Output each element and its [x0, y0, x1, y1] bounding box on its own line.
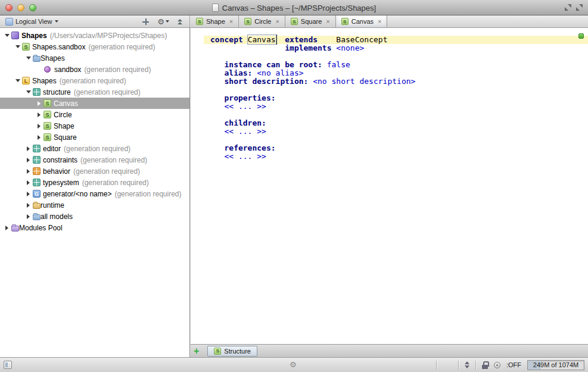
tree-item-label: Modules Pool: [19, 224, 63, 232]
code-line[interactable]: << ... >>: [204, 127, 588, 136]
code-space: [210, 102, 224, 111]
tree-item-behavior[interactable]: behavior(generation required): [0, 165, 189, 177]
editor-tab-circle[interactable]: Circle×: [239, 15, 285, 27]
close-icon[interactable]: ×: [229, 18, 233, 25]
tree-item-runtime[interactable]: runtime: [0, 199, 189, 211]
scroll-arrows-icon[interactable]: [465, 361, 469, 368]
code-line[interactable]: short description: <no short description…: [204, 77, 588, 86]
tree-item-shapes[interactable]: Shapes(/Users/vaclav/MPSProjects/Shapes): [0, 30, 189, 41]
tree-expanded-arrow[interactable]: [13, 45, 22, 48]
folder-runtime-icon: [33, 203, 41, 209]
toolwindow-toggle-icon[interactable]: [4, 361, 12, 369]
tree-expanded-arrow[interactable]: [24, 57, 33, 60]
window-title-area: Canvas – Shapes – [~/MPSProjects/Shapes]: [71, 0, 517, 15]
settings-gear-button[interactable]: ⚙: [157, 18, 169, 26]
structure-tab-label: Structure: [224, 348, 251, 355]
tab-label: Canvas: [351, 18, 374, 25]
editor-tab-square[interactable]: Square×: [285, 15, 336, 27]
tree-collapsed-arrow[interactable]: [35, 112, 43, 117]
tree-item-circle[interactable]: Circle: [0, 109, 189, 120]
code-line[interactable]: implements <none>: [204, 44, 588, 52]
tree-collapsed-arrow[interactable]: [24, 192, 33, 196]
tree-item-constraints[interactable]: constraints(generation required): [0, 154, 189, 165]
add-button[interactable]: +: [194, 346, 199, 356]
tree-collapsed-arrow[interactable]: [24, 214, 33, 219]
close-button[interactable]: [5, 4, 13, 11]
tree-item-label: typesystem: [43, 179, 79, 187]
navigate-icon[interactable]: [142, 18, 149, 25]
tree-item-square[interactable]: Square: [0, 132, 189, 143]
tree-item-shapes[interactable]: Shapes(generation required): [0, 75, 189, 86]
tree-collapsed-arrow[interactable]: [2, 226, 11, 230]
resize-icon[interactable]: [564, 4, 572, 11]
fullscreen-icon[interactable]: [575, 4, 583, 11]
memory-text: 249M of 1074M: [533, 361, 578, 368]
tree-expanded-arrow[interactable]: [13, 79, 22, 82]
code-line[interactable]: references:: [204, 144, 588, 152]
code-line[interactable]: << ... >>: [204, 152, 588, 161]
minimize-button[interactable]: [17, 4, 24, 11]
readonly-lock-icon[interactable]: [482, 361, 488, 369]
code-line[interactable]: concept Canvas extends BaseConcept: [204, 36, 588, 44]
tree-collapsed-arrow[interactable]: [35, 101, 43, 106]
tree-expanded-arrow[interactable]: [24, 90, 33, 93]
code-keyword: implements: [285, 43, 331, 52]
tree-collapsed-arrow[interactable]: [24, 169, 33, 174]
memory-indicator[interactable]: 249M of 1074M: [527, 360, 584, 370]
model-icon: [22, 43, 30, 51]
tree-item-structure[interactable]: structure(generation required): [0, 86, 189, 98]
top-toolbar: Logical View ⚙ Shape×Circle×Square×Canva…: [0, 15, 588, 28]
view-selector-dropdown[interactable]: Logical View: [2, 16, 61, 27]
code-line[interactable]: instance can be root: false: [204, 61, 588, 69]
tree-expanded-arrow[interactable]: [2, 34, 11, 37]
editor-tab-canvas[interactable]: Canvas×: [336, 15, 388, 27]
tree-collapsed-arrow[interactable]: [24, 203, 33, 208]
tree-collapsed-arrow[interactable]: [24, 158, 33, 162]
tree-collapsed-arrow[interactable]: [35, 135, 43, 140]
tree-item-editor[interactable]: editor(generation required): [0, 143, 189, 154]
code-value-placeholder: false: [327, 60, 350, 69]
tree-item-modules-pool[interactable]: Modules Pool: [0, 222, 189, 233]
tree-item-shapes-sandbox[interactable]: Shapes.sandbox(generation required): [0, 41, 189, 52]
code-value-placeholder: <none>: [336, 43, 364, 52]
tree-item-label: all models: [41, 212, 73, 221]
code-line[interactable]: children:: [204, 119, 588, 127]
tree-collapsed-arrow[interactable]: [24, 180, 33, 185]
editor-pane[interactable]: concept Canvas extends BaseConcept imple…: [191, 28, 588, 344]
tree-item-typesystem[interactable]: typesystem(generation required): [0, 177, 189, 188]
close-icon[interactable]: ×: [275, 18, 279, 25]
structure-tab[interactable]: Structure: [207, 346, 257, 357]
tree-item-all-models[interactable]: all models: [0, 211, 189, 222]
background-tasks-icon[interactable]: ⚙: [290, 360, 297, 369]
editor-code: concept Canvas extends BaseConcept imple…: [204, 36, 588, 161]
tree-item-generator-no-name[interactable]: generator/<no name>(generation required): [0, 188, 189, 199]
code-line[interactable]: [204, 86, 588, 94]
highlighting-level-icon[interactable]: [494, 362, 500, 368]
project-toolbar: Logical View ⚙: [0, 15, 190, 27]
close-icon[interactable]: ×: [326, 18, 329, 25]
code-line[interactable]: [204, 136, 588, 144]
collapse-all-icon[interactable]: [178, 19, 182, 24]
tree-item-suffix: (/Users/vaclav/MPSProjects/Shapes): [50, 32, 167, 40]
tree-item-shapes[interactable]: Shapes: [0, 52, 189, 64]
tree-item-canvas[interactable]: Canvas: [0, 98, 189, 109]
tree-item-sandbox[interactable]: sandbox(generation required): [0, 64, 189, 75]
tree-collapsed-arrow[interactable]: [35, 124, 43, 129]
zoom-button[interactable]: [29, 4, 36, 11]
tree-item-suffix: (generation required): [64, 145, 130, 153]
editor-tab-shape[interactable]: Shape×: [191, 15, 239, 27]
code-line[interactable]: properties:: [204, 94, 588, 102]
folder-models-icon: [33, 214, 41, 220]
tree-item-label: generator/<no name>: [43, 190, 111, 198]
code-line[interactable]: [204, 52, 588, 61]
code-line[interactable]: alias: <no alias>: [204, 69, 588, 77]
concept-icon: [196, 18, 203, 25]
code-line[interactable]: [204, 111, 588, 119]
divider: [436, 361, 437, 370]
code-line[interactable]: << ... >>: [204, 102, 588, 111]
concept-name-cell[interactable]: Canvas: [248, 35, 276, 44]
close-icon[interactable]: ×: [378, 18, 381, 25]
tree-collapsed-arrow[interactable]: [24, 146, 33, 151]
editor-tab-bar: Shape×Circle×Square×Canvas×: [191, 15, 588, 27]
tree-item-shape[interactable]: Shape: [0, 120, 189, 132]
